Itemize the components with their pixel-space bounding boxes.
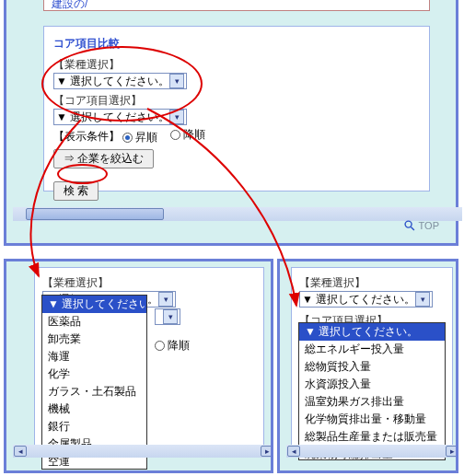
chevron-down-icon: ▾ (169, 110, 184, 124)
list-item[interactable]: 機械 (42, 401, 146, 418)
list-item[interactable]: 総物質投入量 (299, 358, 445, 376)
svg-line-1 (411, 226, 414, 230)
label-industry: 【業種選択】 (299, 275, 445, 291)
radio-asc-label: 昇順 (135, 130, 157, 145)
label-industry: 【業種選択】 (42, 275, 256, 291)
scroll-left-icon[interactable]: ◂ (287, 446, 300, 457)
list-item[interactable]: ガラス・土石製品 (42, 383, 146, 401)
list-item[interactable]: 温室効果ガス排出量 (299, 393, 445, 411)
bl-aux-select[interactable]: ▾ (155, 308, 180, 325)
bl-industry-listbox[interactable]: ▼ 選択してください。医薬品卸売業海運化学ガラス・土石製品機械銀行金属製品空運建… (41, 295, 147, 470)
search-form: コア項目比較 【業種選択】 ▼ 選択してください。 ▾ 【コア項目選択】 ▼ 選… (43, 26, 430, 192)
list-item[interactable]: ▼ 選択してください。 (299, 323, 445, 341)
section-title: コア項目比較 (53, 36, 420, 52)
search-button[interactable]: 検 索 (53, 181, 99, 201)
search-icon (403, 219, 416, 232)
radio-dot-icon (122, 133, 133, 143)
bottom-left-panel: 【業種選択】 ▼ 選択してください。 ▾ ▾ 降順 ▼ 選択してください。医薬品… (4, 259, 273, 473)
list-item[interactable]: 総エネルギー投入量 (299, 341, 445, 358)
list-item[interactable]: ▼ 選択してください。 (42, 296, 146, 313)
list-item[interactable]: 銀行 (42, 418, 146, 435)
horizontal-scrollbar[interactable] (13, 207, 462, 221)
list-item[interactable]: 海運 (42, 348, 146, 366)
scrollbar-thumb[interactable] (26, 208, 164, 220)
br-core-listbox[interactable]: ▼ 選択してください。総エネルギー投入量総物質投入量水資源投入量温室効果ガス排出… (298, 322, 446, 460)
svg-point-0 (405, 221, 412, 227)
scroll-left-icon[interactable]: ◂ (14, 446, 27, 457)
radio-desc-label: 降順 (183, 127, 205, 143)
br-industry-select[interactable]: ▼ 選択してください。 ▾ (299, 291, 433, 308)
industry-select-value: ▼ 選択してください。 (56, 74, 169, 89)
list-item[interactable]: 総製品生産量または販売量 (299, 428, 445, 446)
narrow-button[interactable]: ⇒ 企業を絞込む (53, 149, 154, 168)
table-row-fragment: 建設の/ (43, 0, 430, 11)
chevron-down-icon: ▾ (163, 309, 178, 324)
list-item[interactable]: 水資源投入量 (299, 376, 445, 393)
core-select[interactable]: ▼ 選択してください。 ▾ (53, 109, 187, 125)
list-item[interactable]: 卸売業 (42, 331, 146, 348)
label-display: 【表示条件】 (53, 130, 120, 143)
chevron-down-icon: ▾ (158, 292, 173, 307)
scroll-right-icon[interactable]: ▸ (446, 446, 458, 457)
label-core: 【コア項目選択】 (53, 93, 420, 109)
core-select-value: ▼ 選択してください。 (56, 110, 169, 125)
display-conditions: 【表示条件】 昇順 降順 (53, 127, 420, 145)
radio-desc[interactable]: 降順 (170, 127, 205, 143)
bottom-right-panel: 【業種選択】 ▼ 選択してください。 ▾ 【コア項目選択】 ▼ 選択してください… (277, 259, 458, 473)
scroll-right-icon[interactable]: ▸ (261, 446, 273, 457)
list-item[interactable]: 医薬品 (42, 313, 146, 331)
horizontal-scrollbar[interactable]: ◂ ▸ (286, 445, 458, 458)
industry-select[interactable]: ▼ 選択してください。 ▾ (53, 73, 187, 89)
list-item[interactable]: 化学物質排出量・移動量 (299, 411, 445, 428)
radio-dot-icon (170, 130, 180, 140)
chevron-down-icon: ▾ (169, 74, 184, 88)
top-link[interactable]: TOP (403, 219, 439, 232)
label-industry: 【業種選択】 (53, 57, 420, 73)
br-select-value: ▼ 選択してください。 (302, 292, 415, 308)
bl-desc-fragment: 降順 (155, 338, 199, 354)
chevron-down-icon: ▾ (415, 292, 430, 307)
top-link-label: TOP (419, 220, 439, 231)
top-panel: 建設の/ コア項目比較 【業種選択】 ▼ 選択してください。 ▾ 【コア項目選択… (4, 0, 458, 246)
radio-asc[interactable]: 昇順 (122, 130, 157, 145)
horizontal-scrollbar[interactable]: ◂ ▸ (13, 445, 273, 458)
list-item[interactable]: 化学 (42, 366, 146, 383)
